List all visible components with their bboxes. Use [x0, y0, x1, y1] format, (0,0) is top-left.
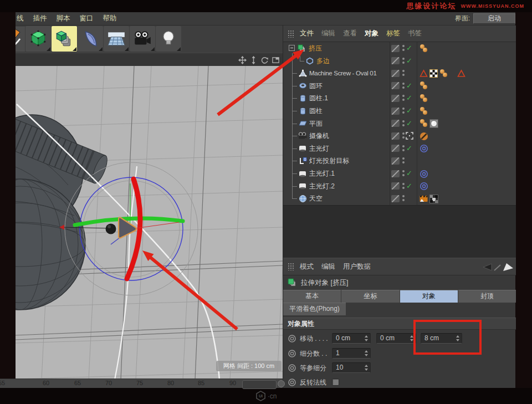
menu-item-help[interactable]: 帮助 — [103, 14, 117, 23]
object-row-light-target[interactable]: 0 灯光投射目标 — [283, 155, 516, 167]
object-row-cylinder[interactable]: 圆柱 ✓ — [283, 105, 516, 117]
object-manager-empty-area[interactable] — [283, 205, 516, 258]
collapse-toggle-icon[interactable] — [289, 45, 295, 51]
stepper-icon[interactable] — [365, 335, 369, 341]
viewport-canvas[interactable]: 网格 间距 : 100 cm — [16, 66, 283, 380]
object-row-extrude[interactable]: 挤压 ✓ — [283, 42, 516, 55]
stepper-icon[interactable] — [365, 350, 369, 356]
flip-normals-checkbox[interactable] — [332, 379, 339, 386]
phong-tag-icon[interactable] — [420, 94, 428, 103]
layer-toggle[interactable] — [391, 70, 400, 77]
tab-basic[interactable]: 基本 — [283, 290, 341, 303]
phong-tag-icon[interactable] — [439, 69, 448, 78]
object-label[interactable]: 天空 — [309, 192, 323, 205]
object-label[interactable]: 摄像机 — [309, 130, 329, 142]
texture-image-tag-icon[interactable] — [429, 195, 438, 203]
viewport-maximize-icon[interactable] — [271, 55, 280, 65]
panel-grip-icon[interactable] — [288, 30, 294, 38]
menu-item-window[interactable]: 窗口 — [80, 14, 94, 23]
layer-toggle[interactable] — [391, 170, 400, 177]
texture-tag-icon[interactable] — [429, 119, 438, 127]
viewfinder-icon[interactable] — [406, 132, 413, 140]
layer-toggle[interactable] — [391, 95, 400, 102]
stepper-icon[interactable] — [410, 335, 414, 341]
object-row-sky[interactable]: 天空 — [283, 192, 516, 205]
movement-z-field[interactable]: 8 cm — [421, 333, 462, 344]
om-menu-bookmarks[interactable]: 书签 — [408, 29, 422, 38]
target-tag-icon[interactable] — [420, 144, 428, 152]
object-row-camera[interactable]: 摄像机 — [283, 130, 516, 142]
movement-x-field[interactable]: 0 cm — [332, 333, 371, 344]
object-label[interactable]: 圆环 — [309, 80, 323, 93]
light-tool-button[interactable] — [156, 26, 181, 52]
display-tag-icon[interactable] — [457, 69, 466, 78]
enabled-check-icon[interactable]: ✓ — [406, 117, 412, 130]
iso-subdivision-field[interactable]: 10 — [332, 362, 371, 373]
am-menu-mode[interactable]: 模式 — [300, 262, 314, 272]
keyframe-circle-icon[interactable] — [288, 364, 296, 372]
om-menu-objects[interactable]: 对象 — [365, 29, 378, 38]
layer-toggle[interactable] — [391, 45, 400, 52]
object-label[interactable]: 灯光投射目标 — [309, 155, 349, 167]
keyframe-circle-icon[interactable] — [288, 378, 296, 387]
object-label[interactable]: 圆柱.1 — [309, 92, 328, 105]
object-label[interactable]: 主光灯.2 — [309, 180, 335, 193]
object-row-plane[interactable]: 平面 ✓ — [283, 117, 516, 130]
object-label[interactable]: Machine Screw - Oval 01 — [309, 67, 377, 80]
object-row-mainlight[interactable]: 主光灯 ✓ — [283, 142, 516, 155]
layer-toggle[interactable] — [391, 132, 400, 140]
bend-tool-button[interactable] — [78, 26, 103, 52]
object-row-cylinder1[interactable]: 圆柱.1 ✓ — [283, 92, 516, 105]
viewport-zoom-icon[interactable] — [249, 55, 258, 65]
timeline-ruler[interactable]: 55 60 65 70 75 80 85 90 — [0, 379, 283, 388]
keyframe-circle-icon[interactable] — [288, 334, 296, 343]
timeline-knob[interactable] — [278, 380, 285, 387]
viewport-move-icon[interactable] — [238, 55, 247, 65]
object-row-machine-screw[interactable]: Machine Screw - Oval 01 — [283, 67, 516, 80]
layer-toggle[interactable] — [391, 195, 400, 202]
object-row-ngon[interactable]: 多边 ✓ — [283, 55, 516, 68]
phong-tag-icon[interactable] — [420, 81, 428, 90]
layer-toggle[interactable] — [391, 120, 400, 127]
phong-tag-icon[interactable] — [420, 119, 428, 127]
texture-checker-tag-icon[interactable] — [429, 69, 438, 78]
enabled-check-icon[interactable]: ✓ — [406, 142, 412, 155]
floor-tool-button[interactable] — [104, 26, 129, 52]
layer-toggle[interactable] — [391, 108, 400, 115]
om-menu-edit[interactable]: 编辑 — [321, 29, 335, 38]
am-menu-userdata[interactable]: 用户数据 — [343, 262, 371, 272]
object-label[interactable]: 主光灯.1 — [309, 167, 335, 180]
tab-phong[interactable]: 平滑着色(Phong) — [283, 303, 346, 315]
layer-toggle[interactable] — [391, 157, 400, 165]
stepper-icon[interactable] — [365, 365, 369, 371]
extrude-tool-button[interactable] — [52, 26, 77, 52]
enabled-check-icon[interactable]: ✓ — [406, 105, 412, 117]
viewport-rotate-icon[interactable] — [260, 55, 269, 65]
object-label[interactable]: 主光灯 — [309, 142, 329, 155]
spline-pen-icon[interactable] — [16, 27, 25, 52]
movement-y-field[interactable]: 0 cm — [376, 333, 416, 344]
phong-tag-icon[interactable] — [420, 107, 428, 115]
enabled-check-icon[interactable]: ✓ — [406, 92, 412, 105]
target-tag-icon[interactable] — [420, 182, 428, 190]
enabled-check-icon[interactable]: ✓ — [406, 80, 412, 93]
layer-toggle[interactable] — [391, 57, 400, 64]
tab-object[interactable]: 对象 — [400, 290, 458, 303]
menu-item-script[interactable]: 脚本 — [57, 14, 70, 23]
object-row-mainlight2[interactable]: 主光灯.2 ✓ — [283, 180, 516, 193]
cube-tool-button[interactable] — [25, 26, 51, 52]
protection-tag-icon[interactable] — [420, 132, 428, 140]
phong-tag-icon[interactable] — [420, 44, 428, 53]
camera-tool-button[interactable] — [130, 26, 155, 52]
timeline-frame-field[interactable] — [242, 380, 277, 389]
object-label[interactable]: 多边 — [316, 55, 330, 68]
panel-grip-icon[interactable] — [288, 263, 294, 270]
enabled-check-icon[interactable]: ✓ — [406, 180, 412, 193]
layer-toggle[interactable] — [391, 82, 400, 89]
enabled-check-icon[interactable]: ✓ — [406, 55, 412, 68]
object-row-mainlight1[interactable]: 主光灯.1 ✓ — [283, 167, 516, 180]
menu-item-pipeline[interactable]: 线 — [17, 14, 24, 23]
target-tag-icon[interactable] — [420, 170, 428, 178]
layer-toggle[interactable] — [391, 145, 400, 152]
object-label[interactable]: 挤压 — [309, 42, 322, 55]
